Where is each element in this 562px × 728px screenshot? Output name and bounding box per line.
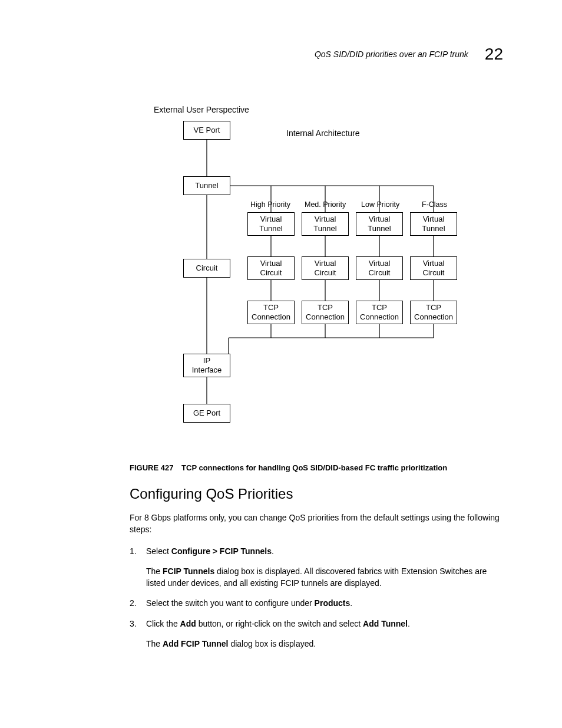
internal-architecture-label: Internal Architecture [286, 129, 360, 138]
text: . [350, 598, 352, 608]
step-3-desc: The Add FCIP Tunnel dialog box is displa… [146, 638, 505, 650]
page-header: QoS SID/DID priorities over an FCIP trun… [315, 45, 503, 64]
tcp-connection-box: TCP Connection [410, 301, 457, 324]
ui-label: Products [315, 598, 351, 608]
text: Click the [146, 619, 180, 628]
menu-item: Add Tunnel [363, 619, 408, 628]
dialog-name: FCIP Tunnels [163, 566, 214, 576]
fclass-label: F-Class [422, 200, 447, 209]
virtual-tunnel-box: Virtual Tunnel [356, 212, 403, 236]
virtual-tunnel-box: Virtual Tunnel [302, 212, 349, 236]
body-block: For 8 Gbps platforms only, you can chang… [130, 512, 505, 650]
ip-interface-box: IP Interface [183, 354, 230, 377]
virtual-circuit-box: Virtual Circuit [247, 256, 295, 280]
figure-label: FIGURE 427 [130, 463, 173, 472]
diagram-outer-title: External User Perspective [154, 105, 249, 114]
virtual-tunnel-box: Virtual Tunnel [410, 212, 457, 236]
low-priority-label: Low Priority [361, 200, 399, 209]
step-1: 1. Select Configure > FCIP Tunnels. [130, 545, 505, 557]
figure-caption: FIGURE 427 TCP connections for handling … [130, 463, 447, 472]
text: dialog box is displayed. [229, 639, 316, 648]
dialog-name: Add FCIP Tunnel [163, 639, 228, 648]
step-body: Click the Add button, or right-click on … [146, 618, 505, 630]
text: . [408, 619, 410, 628]
virtual-circuit-box: Virtual Circuit [356, 256, 403, 280]
step-body: Select Configure > FCIP Tunnels. [146, 545, 505, 557]
step-3: 3. Click the Add button, or right-click … [130, 618, 505, 630]
virtual-circuit-box: Virtual Circuit [302, 256, 349, 280]
step-body: Select the switch you want to configure … [146, 597, 505, 609]
button-name: Add [180, 619, 196, 628]
text: Select [146, 546, 171, 556]
header-title: QoS SID/DID priorities over an FCIP trun… [315, 50, 468, 59]
high-priority-label: High Priority [250, 200, 290, 209]
ve-port-box: VE Port [183, 121, 230, 140]
tcp-connection-box: TCP Connection [247, 301, 295, 324]
step-number: 3. [130, 618, 140, 630]
text: Select the switch you want to configure … [146, 598, 315, 608]
text: The [146, 639, 163, 648]
ge-port-box: GE Port [183, 404, 230, 423]
step-number: 1. [130, 545, 140, 557]
step-number: 2. [130, 597, 140, 609]
tunnel-box: Tunnel [183, 176, 230, 195]
diagram: Internal Architecture VE Port Tunnel Cir… [154, 115, 472, 442]
section-heading: Configuring QoS Priorities [130, 486, 293, 502]
intro-paragraph: For 8 Gbps platforms only, you can chang… [130, 512, 505, 536]
text: The [146, 566, 163, 576]
text: button, or right-click on the switch and… [196, 619, 363, 628]
med-priority-label: Med. Priority [305, 200, 346, 209]
page: QoS SID/DID priorities over an FCIP trun… [0, 0, 562, 728]
step-2: 2. Select the switch you want to configu… [130, 597, 505, 609]
tcp-connection-box: TCP Connection [356, 301, 403, 324]
circuit-box: Circuit [183, 259, 230, 278]
text: . [272, 546, 274, 556]
tcp-connection-box: TCP Connection [302, 301, 349, 324]
virtual-circuit-box: Virtual Circuit [410, 256, 457, 280]
chapter-number: 22 [485, 45, 503, 64]
virtual-tunnel-box: Virtual Tunnel [247, 212, 295, 236]
figure-text: TCP connections for handling QoS SID/DID… [181, 463, 447, 472]
step-1-desc: The FCIP Tunnels dialog box is displayed… [146, 565, 505, 589]
menu-path: Configure > FCIP Tunnels [171, 546, 272, 556]
step-list: 1. Select Configure > FCIP Tunnels. The … [130, 545, 505, 650]
